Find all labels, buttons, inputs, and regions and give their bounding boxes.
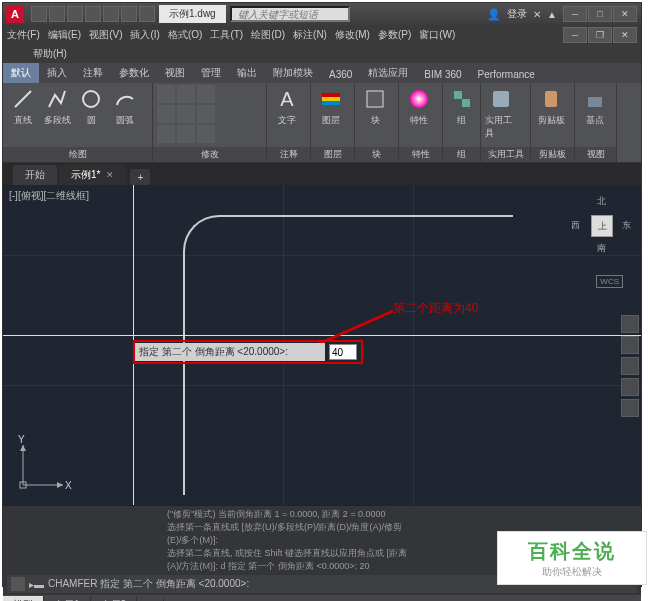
tab-add[interactable]: + [137,598,164,602]
svg-line-0 [15,91,31,107]
search-input[interactable] [230,6,350,22]
panel-viewbase: 基点 视图 [575,83,617,162]
basepoint-button[interactable]: 基点 [579,85,611,127]
fillet-icon[interactable] [197,105,215,123]
sign-in-link[interactable]: 登录 [507,7,527,21]
menu-tools[interactable]: 工具(T) [210,28,243,42]
viewcube-south[interactable]: 南 [597,242,606,255]
drawing-canvas[interactable]: [-][俯视][二维线框] 第二个距离为40 指定 第二个 倒角距离 <20.0… [3,185,641,505]
qat-plot-icon[interactable] [103,6,119,22]
ribbon-tab-view[interactable]: 视图 [157,63,193,83]
util-button[interactable]: 实用工具 [485,85,517,140]
trim-icon[interactable] [197,85,215,103]
ribbon-tab-a360[interactable]: A360 [321,66,360,83]
user-icon[interactable]: 👤 [487,8,501,21]
text-button[interactable]: A文字 [271,85,303,127]
menu-format[interactable]: 格式(O) [168,28,202,42]
ribbon-tab-featured[interactable]: 精选应用 [360,63,416,83]
menu-edit[interactable]: 编辑(E) [48,28,81,42]
wcs-label[interactable]: WCS [596,275,623,288]
nav-wheel-icon[interactable] [621,315,639,333]
app-icon[interactable]: A [6,5,24,23]
panel-layer: 图层 图层 [311,83,355,162]
nav-showmotion-icon[interactable] [621,399,639,417]
props-button[interactable]: 特性 [403,85,435,127]
ribbon-tab-output[interactable]: 输出 [229,63,265,83]
command-current: CHAMFER 指定 第二个 倒角距离 <20.0000>: [48,577,249,591]
circle-button[interactable]: 圆 [75,85,107,127]
doc-close-icon[interactable]: ✕ [613,27,637,43]
menu-insert[interactable]: 插入(I) [130,28,159,42]
ribbon-tab-insert[interactable]: 插入 [39,63,75,83]
svg-rect-7 [454,91,462,99]
viewcube-top[interactable]: 上 [591,215,613,237]
nav-zoom-icon[interactable] [621,357,639,375]
doc-minimize-icon[interactable]: ─ [563,27,587,43]
block-button[interactable]: 块 [359,85,391,127]
qat-new-icon[interactable] [31,6,47,22]
menu-file[interactable]: 文件(F) [7,28,40,42]
menu-draw[interactable]: 绘图(D) [251,28,285,42]
copy-icon[interactable] [157,105,175,123]
panel-modify-label: 修改 [153,147,266,162]
panel-group: 组 组 [443,83,481,162]
tab-layout2[interactable]: 布局2 [91,596,138,601]
polyline-button[interactable]: 多段线 [41,85,73,127]
title-bar: A 示例1.dwg 👤 登录 ✕ ▲ ─ □ ✕ [3,3,641,25]
viewcube-west[interactable]: 西 [571,219,580,232]
nav-pan-icon[interactable] [621,336,639,354]
line-button[interactable]: 直线 [7,85,39,127]
add-tab-button[interactable]: + [130,169,150,185]
menu-bar-2: 帮助(H) [3,45,641,63]
doc-tab-start[interactable]: 开始 [13,165,57,185]
ribbon-tab-param[interactable]: 参数化 [111,63,157,83]
menu-dimension[interactable]: 标注(N) [293,28,327,42]
viewport-label[interactable]: [-][俯视][二维线框] [9,189,89,203]
menu-modify[interactable]: 修改(M) [335,28,370,42]
exchange-icon[interactable]: ✕ [533,9,541,20]
panel-group-label: 组 [443,147,480,162]
viewcube-east[interactable]: 东 [622,219,631,232]
clip-button[interactable]: 剪贴板 [535,85,567,127]
tab-model[interactable]: 模型 [3,596,44,601]
move-icon[interactable] [157,85,175,103]
ribbon-tab-addins[interactable]: 附加模块 [265,63,321,83]
command-icon[interactable] [11,577,25,591]
stretch-icon[interactable] [157,125,175,143]
qat-saveas-icon[interactable] [85,6,101,22]
viewcube[interactable]: 北 南 西 东 上 [571,195,631,255]
minimize-icon[interactable]: ─ [563,6,587,22]
viewcube-north[interactable]: 北 [597,195,606,208]
arc-button[interactable]: 圆弧 [109,85,141,127]
doc-restore-icon[interactable]: ❐ [588,27,612,43]
close-tab-icon[interactable]: ✕ [106,170,114,180]
mirror-icon[interactable] [177,105,195,123]
menu-window[interactable]: 窗口(W) [419,28,455,42]
maximize-icon[interactable]: □ [588,6,612,22]
help-icon[interactable]: ▲ [547,9,557,20]
ribbon-tab-annotate[interactable]: 注释 [75,63,111,83]
ribbon-tab-default[interactable]: 默认 [3,63,39,83]
scale-icon[interactable] [177,125,195,143]
array-icon[interactable] [197,125,215,143]
ucs-icon[interactable]: X Y [13,435,73,495]
qat-save-icon[interactable] [67,6,83,22]
qat-redo-icon[interactable] [139,6,155,22]
qat-undo-icon[interactable] [121,6,137,22]
ribbon-tab-performance[interactable]: Performance [470,66,543,83]
tab-layout1[interactable]: 布局1 [44,596,91,601]
doc-tab-doc1[interactable]: 示例1*✕ [59,165,126,185]
ribbon-tab-manage[interactable]: 管理 [193,63,229,83]
group-button[interactable]: 组 [447,85,476,127]
close-icon[interactable]: ✕ [613,6,637,22]
layer-button[interactable]: 图层 [315,85,347,127]
prompt-input[interactable] [329,344,357,360]
rotate-icon[interactable] [177,85,195,103]
nav-orbit-icon[interactable] [621,378,639,396]
menu-view[interactable]: 视图(V) [89,28,122,42]
ribbon-tab-bim360[interactable]: BIM 360 [416,66,469,83]
menu-help[interactable]: 帮助(H) [33,47,67,61]
menu-param[interactable]: 参数(P) [378,28,411,42]
file-tab[interactable]: 示例1.dwg [159,5,226,23]
qat-open-icon[interactable] [49,6,65,22]
